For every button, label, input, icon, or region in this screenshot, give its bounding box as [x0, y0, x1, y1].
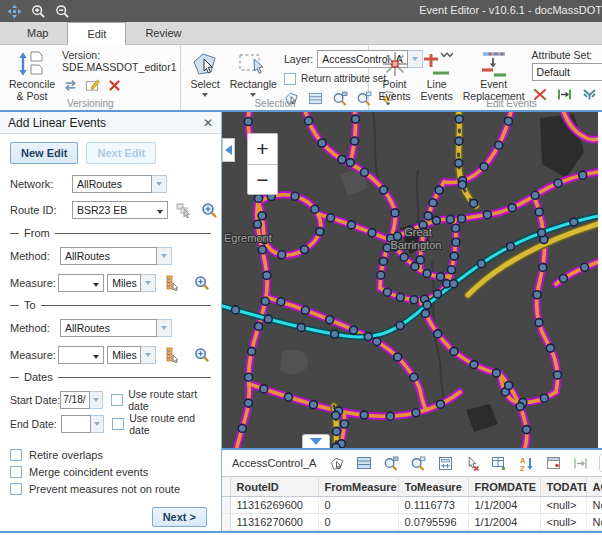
route-id-label: Route ID:: [10, 204, 72, 216]
use-route-start-checkbox[interactable]: [111, 394, 123, 406]
map-zoom-out-button[interactable]: −: [247, 164, 278, 195]
group-label-versioning: Versioning: [0, 98, 180, 109]
use-route-start-label: Use route start date: [128, 388, 211, 412]
zoom-in-icon[interactable]: [30, 3, 46, 19]
event-replacement-icon: [477, 49, 511, 79]
table-row[interactable]: 11316269600 0 0.1116773 1/1/2004 <null> …: [222, 497, 602, 514]
rectangle-select-button[interactable]: Rectangle: [227, 48, 280, 98]
map-graphics: Egremont Great Barrington: [222, 112, 598, 448]
use-route-end-label: Use route end date: [129, 412, 211, 436]
event-replacement-button[interactable]: Event Replacement: [460, 48, 528, 104]
prevent-measures-label: Prevent measures not on route: [29, 483, 180, 495]
to-section-separator: To: [10, 296, 211, 314]
rectangle-tool-icon: [238, 49, 268, 79]
table-swap-measures-icon[interactable]: [572, 455, 588, 471]
return-attribute-set-checkbox[interactable]: [284, 73, 296, 85]
attribute-table-panel: AccessControl_A: [222, 448, 602, 531]
delete-version-icon[interactable]: [106, 77, 122, 93]
retire-overlaps-label: Retire overlaps: [29, 449, 103, 461]
rectangle-dropdown-caret[interactable]: [250, 93, 256, 97]
reconcile-post-icon: [17, 49, 47, 79]
network-combo[interactable]: AllRoutes: [72, 175, 167, 193]
pick-to-measure-icon[interactable]: [164, 346, 181, 364]
from-measure-label: Measure:: [10, 277, 58, 289]
to-method-arrow[interactable]: [157, 319, 172, 337]
to-measure-combo[interactable]: [58, 346, 104, 364]
map-label-egremont: Egremont: [224, 232, 272, 244]
chevron-down-icon: [310, 438, 322, 445]
table-clear-selection-icon[interactable]: [464, 455, 480, 471]
col-routeid[interactable]: RouteID: [230, 477, 318, 497]
use-route-end-checkbox[interactable]: [112, 418, 124, 430]
attribute-set-combo[interactable]: Default: [532, 63, 602, 81]
from-method-arrow[interactable]: [157, 247, 172, 265]
tab-review[interactable]: Review: [126, 24, 200, 44]
start-date-arrow[interactable]: [90, 391, 103, 409]
to-method-combo[interactable]: AllRoutes: [60, 319, 172, 337]
from-unit-arrow[interactable]: [141, 274, 156, 292]
zoom-from-measure-icon[interactable]: [194, 274, 211, 292]
col-todate[interactable]: TODATE: [540, 477, 586, 497]
next-edit-button[interactable]: Next Edit: [86, 142, 156, 164]
table-select-features-icon[interactable]: [329, 455, 345, 471]
col-tomeasure[interactable]: ToMeasure: [398, 477, 468, 497]
app-title: Event Editor - v10.6.1 - docMassDOTI: [419, 4, 602, 16]
pan-icon[interactable]: [6, 3, 22, 19]
start-date-combo[interactable]: 7/18/: [60, 391, 103, 409]
retire-overlaps-checkbox[interactable]: [10, 449, 22, 461]
table-attributes-window-icon[interactable]: [545, 455, 561, 471]
pick-from-measure-icon[interactable]: [164, 274, 181, 292]
table-pan-selected-icon[interactable]: [410, 455, 426, 471]
network-combo-arrow[interactable]: [152, 175, 167, 193]
ribbon-group-edit-events: Point Events Line Events: [369, 45, 602, 110]
point-events-button[interactable]: Point Events: [375, 48, 413, 104]
layer-label: Layer:: [284, 53, 313, 65]
line-events-button[interactable]: Line Events: [418, 48, 456, 104]
zoom-route-icon[interactable]: [201, 201, 218, 219]
ribbon-group-versioning: Reconcile & Post Version: SDE.MASSDOT_ed…: [0, 45, 181, 110]
end-date-arrow[interactable]: [91, 415, 104, 433]
tab-map[interactable]: Map: [8, 24, 67, 44]
collapse-table-button[interactable]: [302, 434, 330, 448]
next-button[interactable]: Next >: [152, 507, 207, 527]
close-panel-icon[interactable]: ✕: [203, 117, 213, 129]
zoom-out-icon[interactable]: [54, 3, 70, 19]
table-show-selected-icon[interactable]: [356, 455, 372, 471]
merge-coincident-checkbox[interactable]: [10, 466, 22, 478]
end-date-label: End Date:: [10, 418, 61, 430]
attribute-set-label: Attribute Set:: [532, 49, 602, 61]
col-access[interactable]: ACCESS: [586, 477, 602, 497]
col-frommeasure[interactable]: FromMeasure: [318, 477, 398, 497]
pick-route-icon[interactable]: [176, 201, 192, 219]
table-sort-icon[interactable]: A Z: [518, 455, 534, 471]
table-statistics-icon[interactable]: [437, 455, 453, 471]
select-dropdown-caret[interactable]: [202, 93, 208, 97]
to-unit-combo[interactable]: Miles: [107, 346, 156, 364]
tab-edit[interactable]: Edit: [67, 22, 126, 45]
svg-text:Z: Z: [520, 463, 525, 471]
map-zoom-in-button[interactable]: +: [247, 133, 278, 164]
collapse-panel-button[interactable]: [222, 138, 235, 162]
col-fromdate[interactable]: FROMDATE: [468, 477, 540, 497]
table-row[interactable]: 11316270600 0 0.0795596 1/1/2004 <null> …: [222, 514, 602, 531]
to-unit-arrow[interactable]: [141, 346, 156, 364]
version-value: SDE.MASSDOT_editor1: [62, 61, 176, 73]
map-canvas[interactable]: Egremont Great Barrington + −: [222, 112, 598, 448]
new-edit-button[interactable]: New Edit: [10, 142, 78, 164]
from-unit-combo[interactable]: Miles: [107, 274, 156, 292]
prevent-measures-checkbox[interactable]: [10, 483, 22, 495]
from-measure-combo[interactable]: [58, 274, 104, 292]
from-method-combo[interactable]: AllRoutes: [60, 247, 172, 265]
reconcile-icon[interactable]: [62, 77, 78, 93]
table-add-record-icon[interactable]: [491, 455, 507, 471]
reconcile-post-button[interactable]: Reconcile & Post: [6, 48, 58, 104]
map-zoom-control: + −: [247, 133, 278, 195]
table-zoom-selected-icon[interactable]: [383, 455, 399, 471]
zoom-to-measure-icon[interactable]: [194, 346, 211, 364]
select-button[interactable]: Select: [187, 48, 222, 98]
end-date-combo[interactable]: [61, 415, 104, 433]
route-id-combo[interactable]: BSR23 EB: [72, 201, 168, 219]
ribbon-group-selection: Select Rectangle Layer: AccessControl_A: [181, 45, 369, 110]
add-linear-events-panel: Add Linear Events ✕ New Edit Next Edit N…: [0, 112, 222, 531]
post-version-icon[interactable]: [84, 77, 100, 93]
